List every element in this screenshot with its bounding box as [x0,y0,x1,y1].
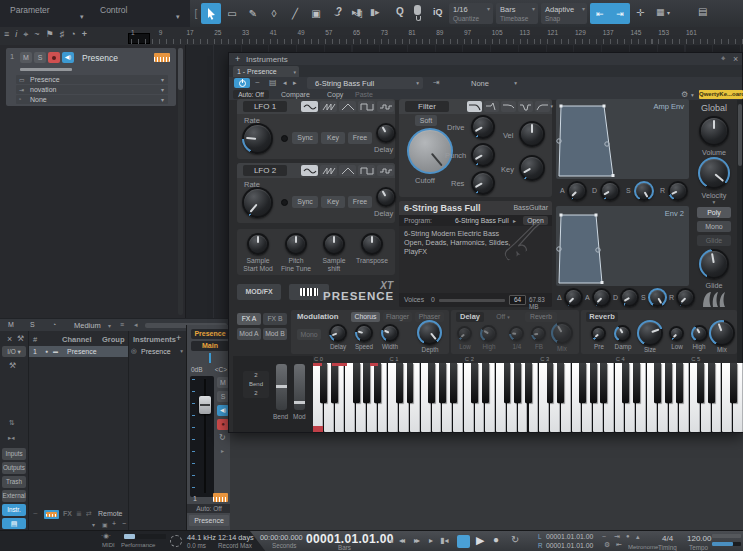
loop-end-value[interactable]: 00001.01.01.00 [546,542,593,549]
black-key[interactable] [439,363,446,403]
bank-external-button[interactable]: External [2,490,26,502]
poly-button[interactable]: Poly [697,207,731,218]
seconds-value[interactable]: 00:00:00.000 [260,533,303,542]
list-toggle-icon[interactable]: ≡ [120,321,124,328]
pin-icon[interactable]: ⌖ [721,54,726,64]
env2-graph[interactable]: Env 2 [556,206,689,286]
plugin-power-button[interactable] [234,78,250,88]
autopunch-icon[interactable]: ⇥ [614,533,620,541]
macro-icon[interactable]: ▸▮ [352,7,361,17]
console-close-icon[interactable]: × [7,334,12,344]
prev-marker-button[interactable]: ◂ [389,536,393,545]
black-key[interactable] [654,363,661,403]
range-tool[interactable]: ▭ [222,3,242,24]
fx-b-button[interactable]: FX B [263,313,287,325]
io-button[interactable]: I/O ▾ [2,346,26,357]
lfo2-sync-button[interactable]: Sync [292,196,318,208]
console-wrench-icon[interactable]: ⚒ [17,334,24,343]
track-height-arrow-icon[interactable]: ▾ [108,322,111,329]
mono-button[interactable]: Mono [697,221,731,232]
rewind-button[interactable]: ◂◂ [399,536,403,545]
strip-gain-label[interactable]: 0dB [191,366,203,373]
env2-decay-knob[interactable] [620,288,639,307]
bank-outputs-button[interactable]: Outputs [2,462,26,474]
filter-type-arrow-icon[interactable]: ▾ [550,103,553,109]
lfo1-delay-knob[interactable] [376,123,396,143]
preroll-icon[interactable]: ~ [602,533,606,540]
input-select[interactable]: None ▾ [447,77,521,89]
row-resize-icon[interactable]: ⇅ [9,419,15,427]
punch-in-icon[interactable]: ⇤ [616,541,622,549]
filter-notch-button[interactable] [518,101,533,112]
loop-start-value[interactable]: 00001.01.01.00 [546,533,593,540]
amp-env-sustain-knob[interactable] [634,181,654,201]
reverb-damp-knob[interactable] [614,325,631,342]
black-key[interactable] [730,363,737,403]
black-key[interactable] [374,363,381,403]
filter-lp-res-button[interactable] [484,101,499,112]
velocity-arrow-icon[interactable]: ▾ [691,199,737,205]
track-monitor-button[interactable]: ◀) [62,52,74,63]
mod-delay-knob[interactable] [329,324,347,342]
hscroll-left-icon[interactable]: ◂ [134,321,138,329]
delay-mix-knob[interactable] [551,322,573,344]
strip-output-tab[interactable]: Main [191,341,229,351]
black-key[interactable] [320,363,327,403]
program-expand-icon[interactable]: ▸ [513,217,516,224]
parameter-arrow-icon[interactable]: ▾ [80,13,84,21]
bank-trash-button[interactable]: Trash [2,476,26,488]
reverb-pre-knob[interactable] [591,326,606,341]
next-marker-button[interactable]: ▸ [429,536,433,545]
performance-meter[interactable] [124,534,166,539]
window-add-icon[interactable]: + [235,54,240,64]
filter-shelf-button[interactable] [501,101,516,112]
instrument-list-item[interactable]: ◎ Presence ▾ [130,346,185,357]
track-height-select[interactable]: Medium [74,321,101,330]
flanger-button[interactable]: Flanger [383,312,412,322]
lfo2-free-button[interactable]: Free [348,196,372,208]
black-key[interactable] [633,363,640,403]
mic-icon[interactable] [414,5,421,15]
compare-button[interactable]: Compare [281,91,310,98]
sample-start-knob[interactable] [247,233,269,255]
reverb-mix-knob[interactable] [709,320,735,346]
punch-knob[interactable] [471,143,495,167]
lfo2-key-button[interactable]: Key [321,196,345,208]
track-scrollbar[interactable] [178,48,183,315]
fx-a-button[interactable]: FX A [237,313,261,325]
track-header[interactable]: 1 M S ◀) Presence ▭ Presence ▾ ⇥ novatio… [6,48,176,106]
lfo2-wave-square-button[interactable] [358,165,375,176]
close-icon[interactable]: × [733,54,738,64]
env2-attack-knob[interactable] [592,288,611,307]
amp-env-graph[interactable]: Amp Env [556,99,689,179]
small-sine-icon[interactable]: ~ [33,509,38,518]
black-key[interactable] [353,363,360,403]
control-select[interactable]: Control [100,5,127,15]
filter-soft-button[interactable]: Soft [415,115,437,126]
lfo2-wave-sine-button[interactable] [301,165,318,176]
samplerate-value[interactable]: 44.1 kHz [187,533,216,542]
voices-slider[interactable] [439,299,505,302]
amp-env-attack-knob[interactable] [567,181,587,201]
lfo1-key-button[interactable]: Key [321,132,345,144]
preset-select[interactable]: 6-String Bass Full ▾ [307,77,423,89]
lfo2-wave-tri-button[interactable] [339,165,356,176]
lfo2-wave-random-button[interactable] [377,165,394,176]
black-key[interactable] [590,363,597,403]
size-mute-button[interactable]: M [8,321,14,328]
black-key[interactable] [471,363,478,403]
event-input-icon[interactable]: ~ [255,78,260,87]
track-solo-button[interactable]: S [34,52,46,63]
plugin-scrollbar-handle[interactable] [738,104,742,166]
control-arrow-icon[interactable]: ▾ [176,13,180,21]
channel-row-selected[interactable]: 1 ● ▬ Presence [29,346,128,357]
track-volume-bar[interactable] [20,68,72,71]
lfo1-wave-saw-button[interactable] [320,101,337,112]
preset-file-icon[interactable]: ▤ [269,78,277,87]
black-key[interactable] [514,363,521,403]
strip-expand-icon[interactable]: ▸ [221,447,224,454]
strip-channel-tab[interactable]: Presence [191,329,229,339]
lfo1-wave-square-button[interactable] [358,101,375,112]
zoom-in-icon[interactable]: + [112,520,116,527]
cursor-snap-icon[interactable]: ✛ [636,7,644,18]
